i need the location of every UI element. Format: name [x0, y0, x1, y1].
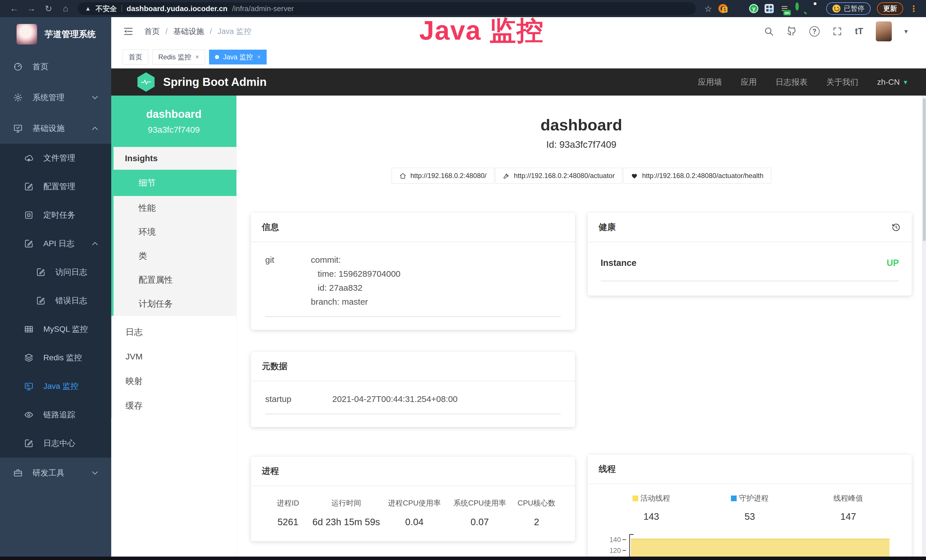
- sidebar-collapse-icon[interactable]: [123, 26, 134, 37]
- sba-menu-jvm[interactable]: JVM: [112, 344, 236, 369]
- scrollbar-thumb[interactable]: [923, 98, 926, 241]
- close-icon[interactable]: ×: [257, 53, 261, 61]
- sidebar-item-file-management[interactable]: 文件管理: [0, 144, 111, 172]
- sidebar-item-dev-tools[interactable]: 研发工具: [0, 458, 111, 488]
- breadcrumb-infrastructure[interactable]: 基础设施: [173, 26, 204, 36]
- sidebar-item-log-center[interactable]: 日志中心: [0, 429, 111, 458]
- sba-sidebar: dashboard 93a3fc7f7409 Insights 细节 性能 环境…: [111, 95, 237, 560]
- security-warning-icon: ▲: [85, 5, 91, 12]
- sba-menu-details[interactable]: 细节: [111, 170, 236, 196]
- insights-section-label: Insights: [113, 147, 236, 170]
- help-icon[interactable]: ?: [809, 26, 820, 36]
- sidebar-item-redis-monitor[interactable]: Redis 监控: [0, 344, 111, 372]
- scrollbar[interactable]: [922, 95, 926, 560]
- sba-menu-logs[interactable]: 日志: [112, 320, 236, 344]
- edit-icon: [24, 182, 34, 191]
- browser-reload-button[interactable]: ↻: [41, 3, 56, 14]
- browser-back-button[interactable]: ←: [6, 3, 22, 14]
- browser-forward-button[interactable]: →: [23, 3, 39, 14]
- sba-menu-metrics[interactable]: 性能: [113, 196, 236, 220]
- user-avatar[interactable]: [876, 21, 892, 41]
- instance-links: http://192.168.0.2:48080/ http://192.168…: [251, 168, 912, 184]
- health-instance-row[interactable]: Instance UP: [601, 258, 899, 281]
- health-url-button[interactable]: http://192.168.0.2:48080/actuator/health: [623, 168, 771, 184]
- extension-y-icon[interactable]: y: [749, 4, 758, 13]
- user-caret-down-icon[interactable]: ▾: [904, 27, 908, 35]
- sidebar-item-access-logs[interactable]: 访问日志: [0, 258, 111, 286]
- home-icon: [399, 172, 406, 179]
- app-logo-image: [17, 24, 37, 44]
- git-id-line: id: 27aa832: [311, 283, 400, 293]
- tab-home[interactable]: 首页: [123, 50, 148, 65]
- search-icon[interactable]: [764, 26, 774, 36]
- service-url-button[interactable]: http://192.168.0.2:48080/: [392, 168, 494, 184]
- chevron-down-icon: [90, 93, 100, 102]
- sba-nav-applications[interactable]: 应用: [741, 77, 757, 88]
- bookmark-star-icon[interactable]: ☆: [704, 4, 712, 14]
- startup-label: startup: [265, 394, 332, 404]
- breadcrumb: 首页 / 基础设施 / Java 监控: [144, 26, 251, 36]
- sba-brand-title[interactable]: Spring Boot Admin: [163, 76, 267, 88]
- chart-plot-area: [629, 534, 890, 560]
- font-size-icon[interactable]: tT: [855, 26, 863, 36]
- sidebar-item-mysql-monitor[interactable]: MySQL 监控: [0, 315, 111, 344]
- sba-nav-journal[interactable]: 日志报表: [776, 77, 808, 88]
- metadata-card-title: 元数据: [262, 360, 287, 372]
- tab-java-monitor[interactable]: Java 监控 ×: [209, 50, 267, 65]
- sidebar-item-java-monitor[interactable]: Java 监控: [0, 372, 111, 401]
- close-icon[interactable]: ×: [195, 53, 199, 61]
- health-status-badge: UP: [887, 258, 899, 268]
- sba-menu-mappings[interactable]: 映射: [112, 369, 236, 394]
- daemon-threads-swatch: [731, 495, 737, 501]
- fullscreen-icon[interactable]: [832, 26, 843, 36]
- sba-nav-about[interactable]: 关于我们: [826, 77, 858, 88]
- sba-nav-wallboard[interactable]: 应用墙: [698, 77, 722, 88]
- peak-threads-label: 线程峰值: [833, 493, 863, 503]
- sba-nav: 应用墙 应用 日志报表 关于我们 zh-CN ▾: [698, 77, 907, 88]
- sidebar-item-label: 日志中心: [43, 438, 75, 449]
- sidebar-item-api-logs[interactable]: API 日志: [0, 229, 111, 258]
- tab-redis-monitor[interactable]: Redis 监控 ×: [152, 50, 205, 65]
- live-threads-swatch: [632, 495, 638, 501]
- sidebar-item-label: 访问日志: [55, 267, 87, 278]
- sidebar-item-home[interactable]: 首页: [0, 51, 111, 82]
- github-icon[interactable]: [787, 26, 797, 36]
- sba-menu-config-props[interactable]: 配置属性: [113, 268, 236, 292]
- security-label[interactable]: 不安全: [95, 4, 117, 14]
- chrome-update-button[interactable]: 更新: [877, 2, 903, 15]
- browser-menu-icon[interactable]: ⋮: [909, 4, 920, 14]
- extension-orange-icon[interactable]: 1: [719, 4, 728, 13]
- sidebar-item-config-management[interactable]: 配置管理: [0, 172, 111, 201]
- sidebar-item-scheduled-tasks[interactable]: 定时任务: [0, 201, 111, 229]
- sidebar-item-label: Redis 监控: [43, 352, 82, 363]
- live-threads-value: 143: [602, 511, 701, 522]
- sidebar-item-label: 首页: [33, 61, 48, 72]
- sba-menu-scheduled-tasks[interactable]: 计划任务: [113, 292, 236, 316]
- sidebar-item-system-management[interactable]: 系统管理: [0, 82, 111, 113]
- sba-locale-select[interactable]: zh-CN ▾: [877, 77, 907, 87]
- app-logo-row[interactable]: 芋道管理系统: [0, 17, 111, 51]
- peak-threads-value: 147: [799, 511, 897, 522]
- sba-menu-caches[interactable]: 缓存: [112, 394, 236, 418]
- extension-magnifier-icon[interactable]: [795, 4, 805, 13]
- sba-instance-header[interactable]: dashboard 93a3fc7f7409: [111, 95, 236, 147]
- extension-pin-icon[interactable]: [734, 4, 743, 13]
- java-monitor-annotation: Java 监控: [419, 12, 544, 49]
- breadcrumb-home[interactable]: 首页: [144, 26, 160, 36]
- sba-logo-icon[interactable]: [138, 73, 154, 92]
- extension-grid-icon[interactable]: [764, 4, 774, 13]
- sba-menu-classes[interactable]: 类: [113, 244, 236, 268]
- actuator-url-button[interactable]: http://192.168.0.2:48080/actuator: [495, 168, 623, 184]
- sidebar-item-error-logs[interactable]: 错误日志: [0, 286, 111, 315]
- tab-label: Redis 监控: [158, 53, 191, 62]
- address-bar[interactable]: ▲ 不安全 dashboard.yudao.iocoder.cn/infra/a…: [77, 2, 696, 15]
- history-icon[interactable]: [891, 222, 901, 232]
- sidebar-item-trace[interactable]: 链路追踪: [0, 401, 111, 429]
- browser-home-button[interactable]: ⌂: [57, 3, 74, 14]
- sba-menu-environment[interactable]: 环境: [113, 220, 236, 244]
- extensions-puzzle-icon[interactable]: [811, 4, 820, 13]
- extension-switch-icon[interactable]: on: [780, 4, 789, 13]
- profile-paused-badge[interactable]: 已暂停: [826, 2, 871, 15]
- sidebar-item-infrastructure[interactable]: 基础设施: [0, 113, 111, 144]
- metadata-card: 元数据 startup 2021-04-27T00:44:31.254+08:0…: [251, 352, 575, 427]
